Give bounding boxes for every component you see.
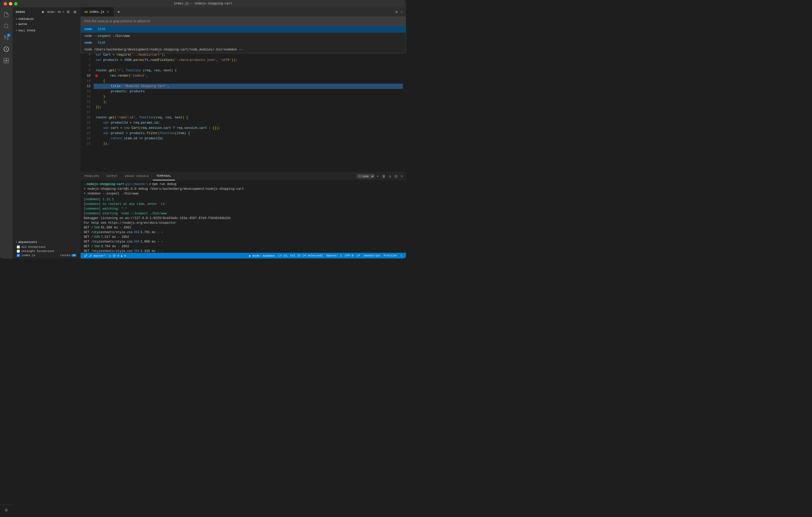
- search-activity-icon[interactable]: [1, 21, 11, 31]
- kill-terminal-button[interactable]: 🗑: [381, 173, 387, 179]
- autocomplete-item-nodemon[interactable]: node /Users/auchenberg/development/nodej…: [81, 46, 406, 53]
- code-line-22: return item.id == productId;: [94, 136, 403, 141]
- code-line-8: [94, 63, 403, 68]
- language-setting[interactable]: JavaScript: [362, 253, 382, 258]
- code-line-19: var productId = req.params.id;: [94, 120, 403, 125]
- code-line-17: [94, 110, 403, 115]
- ln-19: 19: [81, 120, 90, 125]
- debug-running-status[interactable]: ▶ Node: Nodemon: [248, 253, 277, 258]
- extensions-activity-icon[interactable]: [1, 55, 11, 66]
- terminal-arrow: →: [84, 182, 86, 187]
- svg-rect-7: [4, 61, 6, 63]
- git-activity-icon[interactable]: 4: [1, 32, 11, 43]
- svg-rect-8: [6, 61, 9, 63]
- maximize-button[interactable]: [14, 2, 18, 5]
- explorer-activity-icon[interactable]: [1, 9, 11, 20]
- extra-tab-icon: ●: [117, 10, 120, 14]
- language-text: JavaScript: [364, 254, 381, 257]
- panel-split-button[interactable]: ⊟: [394, 173, 399, 179]
- ln-15: 15: [81, 99, 90, 104]
- tl-10c: 3.791 ms - -: [141, 230, 163, 235]
- watch-section-header[interactable]: ▾ WATCH: [12, 22, 81, 27]
- ln-16: 16: [81, 104, 90, 110]
- autocomplete-item-node-inspect[interactable]: node --inspect ./bin/www: [81, 33, 406, 39]
- process-search-input[interactable]: [81, 17, 406, 26]
- terminal-line-2: > nodemon --inspect ./bin/www: [84, 191, 403, 196]
- tab-close-button[interactable]: ×: [106, 10, 110, 14]
- tl-13c: 3.754 ms - 2862: [101, 244, 129, 249]
- close-button[interactable]: [4, 2, 7, 5]
- sync-status[interactable]: ↻ ⓪ 0 ▲ 0: [108, 253, 128, 258]
- code-line-20: var cart = new Cart(req.session.cart ? r…: [94, 125, 403, 131]
- breakpoint-index-js: index.js routes 10: [12, 253, 81, 257]
- more-tabs-button[interactable]: ⋯: [400, 9, 404, 15]
- tl-9c: 81.906 ms - 2862: [101, 225, 131, 230]
- terminal-tab[interactable]: TERMINAL: [153, 172, 175, 180]
- tl-9a: GET /: [84, 225, 93, 230]
- panel-up-button[interactable]: ∧: [388, 173, 393, 179]
- terminal-nodemon-3: [nodemon] watching: *.*: [84, 207, 403, 211]
- window-title: index.js — nodejs-shopping-cart: [174, 2, 232, 5]
- line-endings-setting[interactable]: LF: [355, 253, 361, 258]
- formatter-text: Prettier: [384, 254, 398, 257]
- svg-point-3: [4, 35, 6, 37]
- split-editor-button[interactable]: ⊞: [394, 9, 399, 15]
- tl-11a: GET /: [84, 235, 93, 239]
- index-js-checkbox[interactable]: [17, 254, 20, 257]
- ln-10: 10: [81, 73, 90, 79]
- node-selector[interactable]: 1: node: [356, 174, 375, 179]
- extra-tab[interactable]: ●: [114, 7, 124, 17]
- minimize-button[interactable]: [9, 2, 12, 5]
- encoding-setting[interactable]: UTF-8: [343, 253, 355, 258]
- start-debug-button[interactable]: [40, 10, 46, 14]
- terminal-npm-cmd: npm run debug: [152, 182, 177, 187]
- terminal-request-3: GET / 500 7.517 ms - 2862: [84, 235, 403, 239]
- process-picker: node 5148 node --inspect ./bin/www node …: [81, 17, 406, 26]
- tab-bar-actions: ⊞ ⋯: [394, 9, 406, 15]
- editor-top: JS index.js × ● ⊞ ⋯ node: [81, 7, 406, 26]
- terminal-nodemon-4: [nodemon] starting `node --inspect ./bin…: [84, 211, 403, 216]
- sync-text: ↻ ⓪ 0 ▲ 0: [109, 254, 126, 258]
- spaces-setting[interactable]: Spaces: 2: [325, 253, 343, 258]
- feedback-button[interactable]: ☺: [399, 253, 404, 258]
- cursor-position[interactable]: Ln 13, Col 23 (4 selected): [277, 253, 325, 258]
- terminal-content[interactable]: → nodejs-shopping-cart git:(master) ✗ np…: [81, 180, 406, 253]
- variables-section-header[interactable]: ▾ VARIABLES: [12, 17, 81, 22]
- call-stack-header[interactable]: ▾ CALL STACK: [12, 28, 81, 33]
- ln-20: 20: [81, 125, 90, 131]
- terminal-debugger-1: Debugger listening on ws://127.0.0.1:922…: [84, 216, 403, 221]
- terminal-nodemon-1: [nodemon] 1.12.1: [84, 197, 403, 202]
- terminal-line-1: > nodejs-shopping-cart@1.0.0 debug /User…: [84, 187, 403, 191]
- breakpoints-header[interactable]: ▾ BREAKPOINTS: [12, 240, 81, 245]
- call-stack-label: CALL STACK: [19, 29, 36, 32]
- encoding-text: UTF-8: [345, 254, 353, 257]
- call-stack-section: ▾ CALL STACK: [12, 27, 81, 34]
- ln-7: 7: [81, 58, 90, 63]
- debug-controls: Node: No ▼ ⚙ ⊞: [40, 9, 78, 14]
- debug-layout-button[interactable]: ⊞: [72, 9, 78, 14]
- terminal-request-5: GET / 500 3.754 ms - 2862: [84, 244, 403, 249]
- uncaught-exceptions-checkbox[interactable]: [17, 250, 20, 253]
- index-js-label: index.js: [22, 254, 35, 257]
- debug-console-tab[interactable]: DEBUG CONSOLE: [121, 172, 152, 180]
- tl-11b: 500: [94, 235, 100, 239]
- panel-close-button[interactable]: ×: [400, 173, 404, 179]
- index-js-file: routes 10: [60, 254, 77, 257]
- output-tab[interactable]: OUTPUT: [103, 172, 121, 180]
- autocomplete-item-node-5148[interactable]: node 5148: [81, 26, 406, 33]
- tl-5: [nodemon] watching: *.*: [84, 207, 127, 211]
- panel-tab-actions: 1: node + 🗑 ∧ ⊟ ×: [356, 173, 406, 179]
- problems-tab[interactable]: PROBLEMS: [81, 172, 103, 180]
- git-branch-status[interactable]: ⎇ master*: [83, 253, 107, 258]
- autocomplete-item-node-5146[interactable]: node 5146: [81, 39, 406, 46]
- index-js-tab[interactable]: JS index.js ×: [81, 7, 114, 17]
- all-exceptions-checkbox[interactable]: [17, 245, 20, 249]
- debug-settings-button[interactable]: ⚙: [66, 9, 71, 14]
- tl-12b: 304: [134, 239, 139, 244]
- new-terminal-button[interactable]: +: [376, 173, 380, 179]
- debug-activity-icon[interactable]: [1, 44, 11, 54]
- formatter-setting[interactable]: Prettier: [382, 253, 399, 258]
- process-num-1: 5148: [97, 27, 105, 31]
- svg-point-0: [4, 24, 8, 28]
- sidebar-spacer: [12, 34, 81, 239]
